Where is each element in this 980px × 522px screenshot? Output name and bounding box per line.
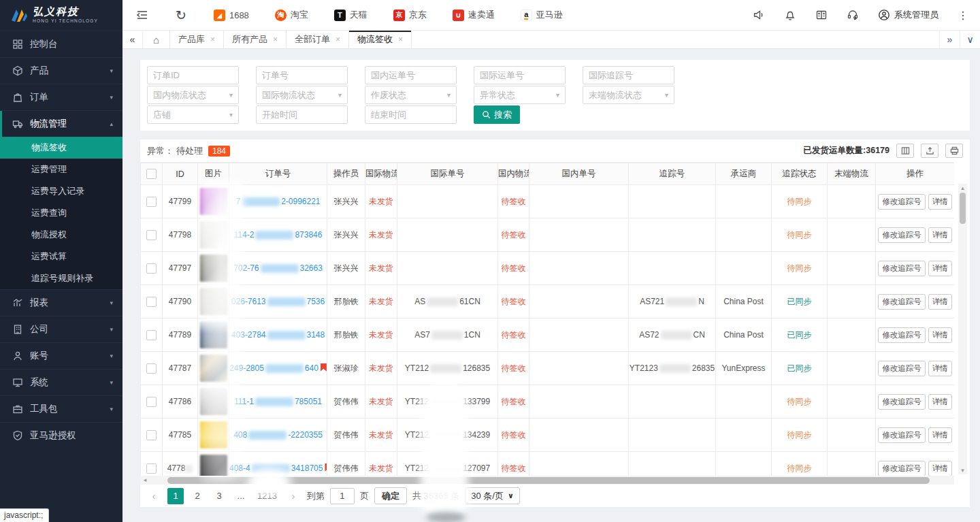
prev-page-button[interactable]: ‹ bbox=[146, 488, 162, 504]
export-button[interactable] bbox=[921, 144, 938, 158]
goto-page-input[interactable] bbox=[330, 488, 355, 504]
marketplace-link-jd[interactable]: 京 京东 bbox=[393, 9, 427, 21]
domestic-logistics-status-select[interactable]: 国内物流状态▾ bbox=[147, 86, 239, 104]
order-number-link[interactable]: 408-2220355 bbox=[233, 430, 323, 440]
detail-button[interactable]: 详情 bbox=[928, 361, 952, 376]
row-checkbox[interactable] bbox=[146, 430, 157, 440]
select-all-checkbox[interactable] bbox=[146, 169, 157, 179]
sidebar-item-freight-trial[interactable]: 运费试算 bbox=[0, 246, 122, 267]
sidebar-item-logistics[interactable]: 物流管理 ▴ bbox=[0, 110, 122, 137]
intl-waybill-input[interactable] bbox=[474, 66, 566, 84]
start-time-input[interactable] bbox=[256, 105, 348, 124]
order-number-link[interactable]: 408-43418705 bbox=[229, 463, 323, 473]
detail-button[interactable]: 详情 bbox=[928, 327, 952, 343]
order-number-link[interactable]: 114-2873846 bbox=[234, 230, 323, 240]
goto-confirm-button[interactable]: 确定 bbox=[374, 487, 407, 504]
row-checkbox[interactable] bbox=[146, 397, 157, 407]
sidebar-item-company[interactable]: 公司 ▾ bbox=[0, 316, 122, 342]
detail-button[interactable]: 详情 bbox=[928, 227, 952, 243]
marketplace-link-1688[interactable]: ◢ 1688 bbox=[214, 10, 249, 21]
pending-label[interactable]: 待处理 bbox=[176, 145, 203, 157]
order-number-link[interactable]: 026-76137536 bbox=[231, 297, 325, 306]
page-2-button[interactable]: 2 bbox=[189, 488, 206, 504]
search-button[interactable]: 搜索 bbox=[474, 105, 520, 124]
pending-count-badge[interactable]: 184 bbox=[208, 146, 230, 157]
tab-all-products[interactable]: 所有产品× bbox=[224, 31, 287, 48]
detail-button[interactable]: 详情 bbox=[928, 294, 952, 310]
tabs-scroll-right-button[interactable]: » bbox=[939, 31, 960, 48]
edit-tracking-button[interactable]: 修改追踪号 bbox=[878, 461, 926, 476]
next-page-button[interactable]: › bbox=[285, 488, 301, 504]
more-menu-icon[interactable]: ⋮ bbox=[958, 9, 969, 22]
announcement-icon[interactable] bbox=[753, 9, 765, 21]
edit-tracking-button[interactable]: 修改追踪号 bbox=[878, 227, 926, 243]
detail-button[interactable]: 详情 bbox=[928, 261, 952, 276]
sidebar-item-amazon-auth[interactable]: 亚马逊授权 bbox=[0, 422, 122, 448]
tab-home[interactable]: ⌂ bbox=[143, 31, 170, 48]
page-size-select[interactable]: 30 条/页 ∨ bbox=[465, 487, 520, 504]
sidebar-item-console[interactable]: 控制台 bbox=[0, 31, 122, 57]
horizontal-scroll-thumb[interactable] bbox=[167, 477, 930, 484]
sidebar-item-system[interactable]: 系统 ▾ bbox=[0, 369, 122, 395]
apps-panel-icon[interactable] bbox=[815, 9, 828, 21]
tab-all-orders[interactable]: 全部订单× bbox=[287, 31, 349, 48]
detail-button[interactable]: 详情 bbox=[928, 394, 952, 410]
sidebar-item-freight-query[interactable]: 运费查询 bbox=[0, 202, 122, 224]
page-last-button[interactable]: 1213 bbox=[255, 488, 280, 504]
edit-tracking-button[interactable]: 修改追踪号 bbox=[878, 361, 926, 376]
order-number-link[interactable]: 111-1785051 bbox=[234, 397, 322, 406]
close-icon[interactable]: × bbox=[336, 35, 340, 44]
marketplace-link-taobao[interactable]: 淘 淘宝 bbox=[275, 9, 308, 21]
order-number-link[interactable]: 403-27843148 bbox=[231, 330, 325, 340]
edit-tracking-button[interactable]: 修改追踪号 bbox=[878, 261, 926, 276]
close-icon[interactable]: × bbox=[273, 35, 278, 44]
detail-button[interactable]: 详情 bbox=[928, 194, 952, 210]
marketplace-link-tmall[interactable]: T 天猫 bbox=[334, 9, 368, 21]
sidebar-item-order[interactable]: 订单 ▾ bbox=[0, 84, 122, 110]
detail-button[interactable]: 详情 bbox=[928, 427, 952, 443]
sidebar-item-logistics-auth[interactable]: 物流授权 bbox=[0, 224, 122, 246]
headset-support-icon[interactable] bbox=[847, 9, 859, 21]
page-1-button[interactable]: 1 bbox=[167, 488, 184, 504]
detail-button[interactable]: 详情 bbox=[928, 461, 952, 476]
horizontal-scrollbar[interactable]: ◂ bbox=[140, 476, 954, 485]
page-3-button[interactable]: 3 bbox=[211, 488, 227, 504]
notifications-bell-icon[interactable] bbox=[784, 9, 796, 21]
row-checkbox[interactable] bbox=[146, 463, 157, 474]
sidebar-item-freight-import[interactable]: 运费导入记录 bbox=[0, 180, 122, 202]
order-id-input[interactable] bbox=[147, 66, 239, 84]
edit-tracking-button[interactable]: 修改追踪号 bbox=[878, 294, 926, 310]
row-checkbox[interactable] bbox=[146, 330, 157, 340]
sidebar-item-tracking-rule[interactable]: 追踪号规则补录 bbox=[0, 267, 122, 289]
sidebar-toggle-button[interactable] bbox=[136, 9, 148, 21]
marketplace-link-aliexpress[interactable]: ∪ 速卖通 bbox=[453, 9, 495, 21]
refresh-button[interactable]: ↻ bbox=[176, 9, 186, 22]
order-no-input[interactable] bbox=[256, 66, 348, 84]
edit-tracking-button[interactable]: 修改追踪号 bbox=[878, 427, 926, 443]
intl-logistics-status-select[interactable]: 国际物流状态▾ bbox=[256, 86, 348, 104]
end-time-input[interactable] bbox=[365, 105, 457, 124]
tabs-menu-button[interactable]: ∨ bbox=[960, 31, 980, 48]
order-number-link[interactable]: 702-7632663 bbox=[233, 263, 323, 273]
row-checkbox[interactable] bbox=[146, 363, 157, 374]
order-number-link[interactable]: 249-2805640 bbox=[229, 363, 318, 373]
row-checkbox[interactable] bbox=[146, 263, 157, 274]
edit-tracking-button[interactable]: 修改追踪号 bbox=[878, 394, 926, 410]
edit-tracking-button[interactable]: 修改追踪号 bbox=[878, 327, 926, 343]
row-checkbox[interactable] bbox=[146, 230, 157, 240]
tab-logistics-sign[interactable]: 物流签收× bbox=[349, 31, 412, 48]
print-button[interactable] bbox=[945, 144, 963, 158]
exception-status-select[interactable]: 异常状态▾ bbox=[474, 86, 566, 104]
vertical-scroll-thumb[interactable] bbox=[960, 193, 966, 224]
row-checkbox[interactable] bbox=[146, 197, 157, 207]
sidebar-item-freight-manage[interactable]: 运费管理 bbox=[0, 159, 122, 180]
scroll-left-arrow[interactable]: ◂ bbox=[140, 476, 150, 485]
scroll-up-arrow[interactable]: ▴ bbox=[958, 184, 967, 192]
shop-select[interactable]: 店铺▾ bbox=[147, 105, 239, 124]
marketplace-link-amazon[interactable]: a 亚马逊 bbox=[521, 9, 563, 21]
void-status-select[interactable]: 作废状态▾ bbox=[365, 86, 457, 104]
columns-setting-button[interactable] bbox=[896, 144, 914, 158]
tab-product-library[interactable]: 产品库× bbox=[170, 31, 224, 48]
lastmile-status-select[interactable]: 末端物流状态▾ bbox=[583, 86, 674, 104]
row-checkbox[interactable] bbox=[146, 297, 157, 307]
